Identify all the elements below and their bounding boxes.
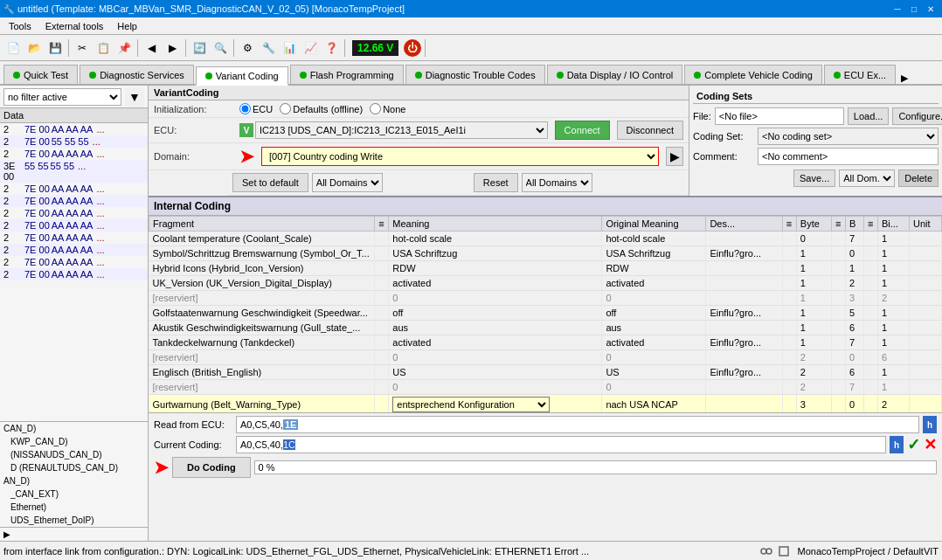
toolbar-forward[interactable]: ▶ xyxy=(163,38,182,58)
table-row[interactable]: Coolant temperature (Coolant_Scale)hot-c… xyxy=(149,232,942,246)
ecu-select[interactable]: IC213 [UDS_CAN_D]:IC213_IC213_E015_AeI1i xyxy=(255,121,548,139)
minimize-button[interactable]: ─ xyxy=(890,2,905,16)
toolbar-settings3[interactable]: 📊 xyxy=(280,38,299,58)
toolbar-save[interactable]: 💾 xyxy=(45,38,65,58)
maximize-button[interactable]: □ xyxy=(906,2,922,16)
toolbar-refresh[interactable]: 🔄 xyxy=(190,38,209,58)
domain-select[interactable]: [007] Country coding Write xyxy=(261,147,659,166)
cs-file-input[interactable] xyxy=(715,107,844,125)
all-domains-select1[interactable]: All Domains xyxy=(312,173,383,192)
read-h-button[interactable]: h xyxy=(923,416,937,433)
can-item-renault[interactable]: D (RENAULTUDS_CAN_D) xyxy=(0,461,148,474)
coding-table-wrapper[interactable]: Fragment ≡ Meaning Original Meaning Des.… xyxy=(149,216,942,412)
cs-delete-button[interactable]: Delete xyxy=(898,169,939,187)
can-item-ethernet[interactable]: Ethernet) xyxy=(0,501,148,514)
tab-label-data: Data Display / IO Control xyxy=(567,70,674,80)
toolbar-cut[interactable]: ✂ xyxy=(73,38,92,58)
current-h-button[interactable]: h xyxy=(890,436,904,453)
col-sort-byte[interactable]: ≡ xyxy=(831,217,845,232)
table-row[interactable]: [reserviert]00206 xyxy=(149,350,942,365)
status-indicator-1[interactable] xyxy=(759,544,773,558)
cs-save-button[interactable]: Save... xyxy=(793,169,835,187)
domain-forward-button[interactable]: ▶ xyxy=(666,147,683,166)
menu-help[interactable]: Help xyxy=(110,17,144,34)
cell-byte: 3 xyxy=(796,395,831,413)
toolbar-new[interactable]: 📄 xyxy=(3,38,23,58)
connect-button[interactable]: Connect xyxy=(555,121,610,140)
tab-dtc[interactable]: Diagnostic Trouble Codes xyxy=(405,65,545,84)
tab-quick-test[interactable]: Quick Test xyxy=(3,65,78,84)
tab-complete-vehicle[interactable]: Complete Vehicle Coding xyxy=(684,65,822,84)
col-sort-des[interactable]: ≡ xyxy=(782,217,796,232)
table-row-editing[interactable]: Gurtwarnung (Belt_Warning_Type) entsprec… xyxy=(149,395,942,413)
toolbar-copy[interactable]: 📋 xyxy=(94,38,113,58)
tab-variant-coding[interactable]: Variant Coding xyxy=(196,66,288,86)
cs-configure-button[interactable]: Configure... xyxy=(892,107,942,125)
status-indicator-2[interactable] xyxy=(777,544,791,558)
table-row[interactable]: Akustik Geschwindigkeitswarnung (Gull_st… xyxy=(149,321,942,335)
table-row[interactable]: [reserviert]00132 xyxy=(149,291,942,306)
toolbar-settings1[interactable]: ⚙ xyxy=(238,38,257,58)
menu-external-tools[interactable]: External tools xyxy=(38,17,111,34)
col-sort-fragment[interactable]: ≡ xyxy=(375,217,389,232)
cs-comment-input[interactable] xyxy=(758,148,939,165)
do-coding-button[interactable]: Do Coding xyxy=(172,457,251,478)
filter-button[interactable]: ▼ xyxy=(125,87,144,107)
toolbar-settings2[interactable]: 🔧 xyxy=(259,38,278,58)
table-row[interactable]: UK_Version (UK_Version_Digital_Display)a… xyxy=(149,276,942,291)
toolbar-settings4[interactable]: 📈 xyxy=(301,38,320,58)
filter-select[interactable]: no filter active xyxy=(3,88,121,106)
cross-icon[interactable]: ✕ xyxy=(924,435,937,454)
tab-label-dtc: Diagnostic Trouble Codes xyxy=(426,70,536,80)
toolbar: 📄 📂 💾 ✂ 📋 📌 ◀ ▶ 🔄 🔍 ⚙ 🔧 📊 📈 ❓ 12.66 V ⏻ xyxy=(0,35,942,61)
radio-defaults-input[interactable] xyxy=(280,103,291,114)
can-item-cand[interactable]: CAN_D) xyxy=(0,422,148,435)
tab-ecu-ex[interactable]: ECU Ex... xyxy=(824,65,896,84)
cs-load-button[interactable]: Load... xyxy=(848,107,890,125)
data-row: 27E 00 AA AA AA ... xyxy=(0,219,148,232)
radio-none-input[interactable] xyxy=(370,103,381,114)
tab-scroll-right[interactable]: ▶ xyxy=(897,73,911,84)
tick-icon[interactable]: ✓ xyxy=(907,435,920,454)
radio-ecu[interactable]: ECU xyxy=(239,103,273,114)
tab-data-display[interactable]: Data Display / IO Control xyxy=(547,65,683,84)
table-row[interactable]: Hybrid Icons (Hybrid_Icon_Version)RDWRDW… xyxy=(149,261,942,276)
col-sort-b[interactable]: ≡ xyxy=(863,217,877,232)
radio-defaults[interactable]: Defaults (offline) xyxy=(280,103,363,114)
tab-diagnostic-services[interactable]: Diagnostic Services xyxy=(80,65,194,84)
radio-ecu-input[interactable] xyxy=(239,103,251,114)
toolbar-settings5[interactable]: ❓ xyxy=(322,38,341,58)
toolbar-paste[interactable]: 📌 xyxy=(114,38,134,58)
tab-flash-programming[interactable]: Flash Programming xyxy=(290,65,404,84)
can-item-canext[interactable]: _CAN_EXT) xyxy=(0,487,148,501)
disconnect-button[interactable]: Disconnect xyxy=(617,121,683,140)
table-row[interactable]: Englisch (British_English)USUSEinflu?gro… xyxy=(149,365,942,380)
close-button[interactable]: ✕ xyxy=(923,2,939,16)
domain-label: Domain: xyxy=(154,151,232,162)
cell-unit xyxy=(910,232,942,246)
toolbar-back[interactable]: ◀ xyxy=(142,38,161,58)
left-panel-expand[interactable]: ▶ xyxy=(0,527,148,541)
table-row[interactable]: Golfstaatenwarnung Geschwindigkeit (Spee… xyxy=(149,306,942,321)
can-item-udsethernetdoip[interactable]: UDS_Ethernet_DoIP) xyxy=(0,514,148,527)
all-domains-select2[interactable]: All Domains xyxy=(522,173,592,192)
set-default-button[interactable]: Set to default xyxy=(232,173,308,192)
toolbar-power[interactable]: ⏻ xyxy=(404,39,421,57)
domain-row: Domain: ➤ [007] Country coding Write ▶ xyxy=(149,143,689,170)
meaning-dropdown[interactable]: entsprechend Konfiguration xyxy=(392,397,550,412)
table-row[interactable]: Tankdeckelwarnung (Tankdeckel)activateda… xyxy=(149,335,942,350)
cs-all-dom-select[interactable]: All Dom. xyxy=(839,169,895,187)
reset-button[interactable]: Reset xyxy=(474,173,518,192)
toolbar-search[interactable]: 🔍 xyxy=(211,38,230,58)
table-row[interactable]: [reserviert]00271 xyxy=(149,380,942,395)
can-item-kwp[interactable]: KWP_CAN_D) xyxy=(0,435,148,448)
can-item-nissan[interactable]: (NISSANUDS_CAN_D) xyxy=(0,448,148,461)
can-item-and[interactable]: AN_D) xyxy=(0,474,148,487)
menu-tools[interactable]: Tools xyxy=(2,17,38,34)
col-meaning: Meaning xyxy=(389,217,602,232)
toolbar-open[interactable]: 📂 xyxy=(24,38,44,58)
radio-none[interactable]: None xyxy=(370,103,405,114)
cs-coding-set-select[interactable]: <No coding set> xyxy=(758,128,939,145)
table-row[interactable]: Symbol/Schrittzug Bremswarnung (Symbol_O… xyxy=(149,246,942,261)
cell-meaning-select[interactable]: entsprechend Konfiguration xyxy=(389,395,602,413)
